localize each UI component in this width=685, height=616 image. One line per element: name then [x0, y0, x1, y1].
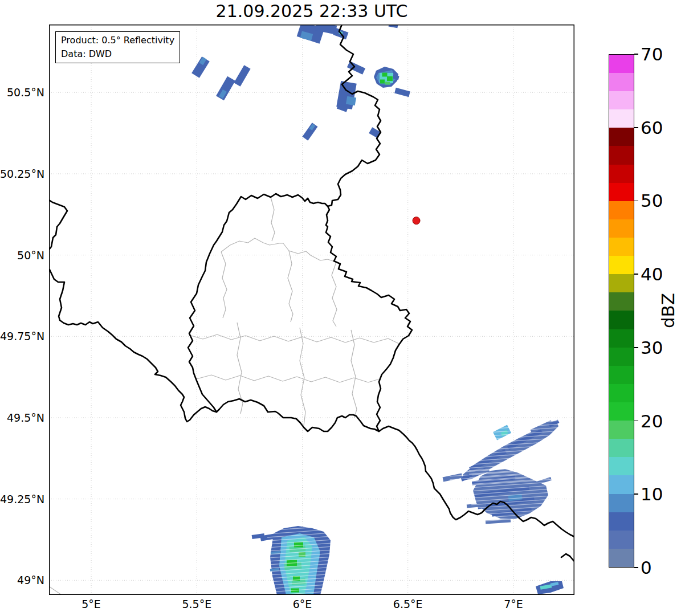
colorbar-segment	[609, 201, 634, 219]
radar-echo	[302, 123, 317, 140]
radar-echo	[387, 76, 393, 81]
radar-figure: 21.09.2025 22:33 UTC Product: 0.5° Refle…	[0, 0, 685, 616]
map-canvas	[49, 25, 574, 595]
lat-tick-label: 49.75°N	[0, 329, 44, 343]
annotation-product: Product: 0.5° Reflectivity	[61, 34, 174, 47]
colorbar-tick	[634, 421, 638, 422]
lat-tick-label: 49.25°N	[0, 492, 44, 506]
lon-tick-label: 7°E	[488, 597, 539, 611]
country-border-path	[49, 200, 67, 250]
region-border-path	[332, 262, 337, 327]
radar-echo	[382, 73, 388, 77]
colorbar-tick-label: 70	[641, 43, 663, 65]
annotation-source: Data: DWD	[61, 47, 174, 61]
colorbar-segment	[609, 146, 634, 164]
colorbar-segment	[609, 549, 634, 567]
region-border-path	[197, 375, 380, 382]
colorbar-segment	[609, 109, 634, 128]
colorbar-tick-label: 10	[641, 483, 663, 505]
region-border-path	[221, 238, 336, 262]
colorbar-tick-label: 0	[641, 557, 652, 578]
radar-echo	[320, 541, 325, 562]
colorbar-tick	[634, 493, 638, 495]
colorbar-tick	[634, 54, 638, 55]
radar-echo	[443, 474, 463, 482]
radar-echo	[380, 80, 385, 84]
region-border-path	[271, 197, 275, 241]
colorbar-segment	[609, 402, 634, 421]
colorbar-segment	[609, 366, 634, 384]
radar-echo	[299, 552, 305, 557]
lat-tick-label: 49.5°N	[0, 411, 44, 425]
colorbar-segment	[609, 329, 634, 348]
colorbar-segment	[609, 165, 634, 183]
radar-echo	[191, 56, 210, 77]
radar-site-marker	[413, 217, 420, 225]
colorbar-segment	[609, 457, 634, 475]
colorbar-segment	[609, 494, 634, 512]
region-border-path	[221, 252, 227, 318]
region-border-path	[300, 328, 305, 426]
colorbar-segment	[609, 73, 634, 91]
radar-echo	[394, 88, 410, 97]
country-border-path	[188, 194, 412, 431]
colorbar-segment	[609, 512, 634, 531]
colorbar-tick-label: 50	[641, 190, 663, 211]
colorbar-tick	[634, 274, 638, 275]
colorbar-segment	[609, 292, 634, 311]
colorbar-segment	[609, 55, 634, 73]
colorbar-segment	[609, 274, 634, 292]
colorbar-segment	[609, 384, 634, 402]
lat-tick-label: 49°N	[0, 573, 44, 587]
map-plot-area: Product: 0.5° Reflectivity Data: DWD	[49, 25, 574, 595]
echo-texture-line	[446, 414, 560, 422]
colorbar-segment	[609, 421, 634, 439]
lon-tick-label: 5°E	[66, 597, 117, 611]
radar-echo	[234, 65, 250, 87]
colorbar-segment	[609, 91, 634, 109]
lat-tick-label: 50.5°N	[0, 85, 44, 99]
annotation-box: Product: 0.5° Reflectivity Data: DWD	[55, 31, 180, 63]
lon-tick-label: 6°E	[277, 597, 328, 611]
colorbar-segment	[609, 183, 634, 201]
echo-texture-line	[446, 417, 560, 425]
lat-tick-label: 50.25°N	[0, 167, 44, 181]
colorbar-segment	[609, 219, 634, 238]
colorbar-segment	[609, 439, 634, 457]
radar-echo	[346, 96, 356, 106]
region-border-path	[351, 330, 357, 418]
lon-tick-label: 6.5°E	[382, 597, 434, 611]
colorbar-tick-label: 40	[641, 263, 663, 285]
colorbar-segment	[609, 475, 634, 493]
colorbar-segment	[609, 128, 634, 146]
radar-echo	[294, 542, 303, 548]
colorbar-tick-label: 60	[641, 117, 663, 138]
colorbar-segment	[609, 311, 634, 329]
colorbar-segment	[609, 531, 634, 549]
radar-echo	[216, 76, 235, 101]
colorbar-segment	[609, 256, 634, 274]
colorbar-segment	[609, 348, 634, 366]
colorbar-tick	[634, 347, 638, 348]
lon-tick-label: 5.5°E	[171, 597, 222, 611]
echo-texture-line	[447, 438, 561, 446]
country-border-path	[328, 25, 381, 206]
region-border-path	[189, 334, 399, 344]
colorbar-segment	[609, 238, 634, 256]
region-border-path	[288, 251, 293, 322]
colorbar-tick	[634, 127, 638, 128]
plot-title: 21.09.2025 22:33 UTC	[49, 1, 574, 21]
colorbar-tick-label: 20	[641, 410, 663, 432]
radar-echo	[385, 82, 390, 85]
colorbar	[609, 54, 634, 568]
country-border-path	[50, 270, 217, 422]
lat-tick-label: 50°N	[0, 248, 44, 262]
colorbar-tick	[634, 567, 638, 568]
colorbar-tick-label: 30	[641, 337, 663, 358]
colorbar-unit-label: dBZ	[658, 293, 678, 328]
country-border-path	[561, 554, 574, 561]
colorbar-tick	[634, 201, 638, 202]
region-border-path	[49, 586, 62, 595]
